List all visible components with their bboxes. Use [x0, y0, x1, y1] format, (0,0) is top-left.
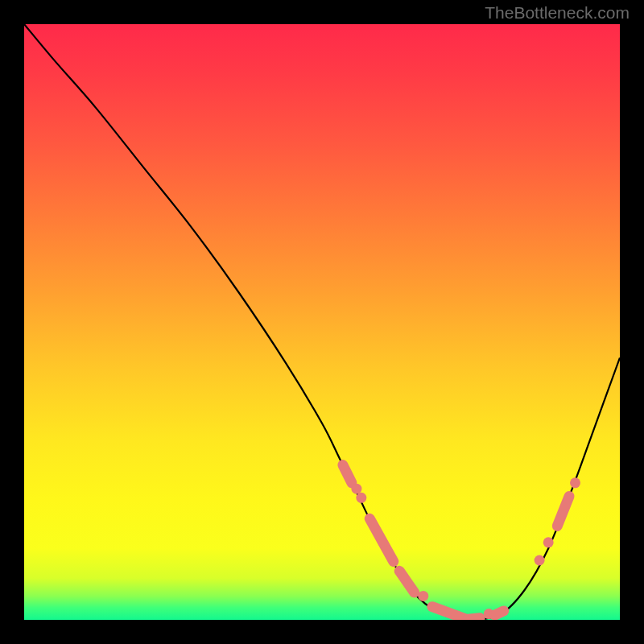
- watermark-text: TheBottleneck.com: [485, 3, 630, 23]
- bottleneck-curve-line: [24, 24, 620, 620]
- curve-marker-dot: [543, 537, 554, 547]
- chart-svg: [24, 24, 620, 620]
- curve-marker-pill: [488, 604, 510, 620]
- curve-marker-pill: [362, 511, 400, 568]
- curve-marker-pill: [551, 489, 576, 533]
- chart-plot-area: [24, 24, 620, 620]
- curve-markers: [336, 458, 580, 620]
- curve-marker-dot: [351, 484, 361, 494]
- curve-marker-dot: [535, 555, 545, 566]
- curve-marker-dot: [418, 591, 428, 601]
- curve-marker-dot: [356, 493, 366, 503]
- curve-marker-pill: [392, 564, 422, 600]
- curve-marker-dot: [570, 477, 580, 488]
